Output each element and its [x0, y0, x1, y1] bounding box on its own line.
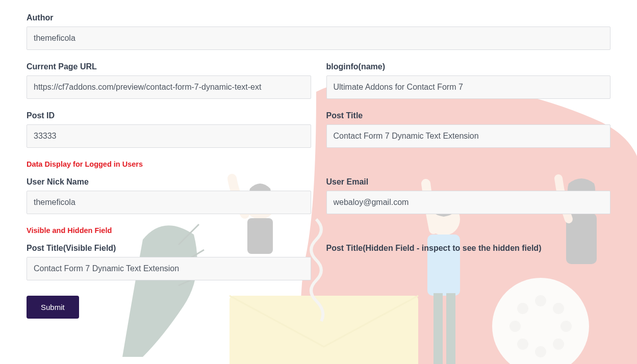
- svg-point-6: [517, 339, 528, 350]
- bloginfo-name-label: bloginfo(name): [326, 62, 611, 71]
- row-postid-posttitle: Post ID Post Title: [27, 111, 610, 148]
- svg-point-4: [553, 339, 564, 350]
- section-visible-hidden: Visible and Hidden Field: [27, 226, 610, 235]
- user-email-label: User Email: [326, 177, 611, 187]
- current-page-url-input[interactable]: [27, 75, 311, 99]
- row-url-bloginfo: Current Page URL bloginfo(name): [27, 62, 610, 99]
- author-field-group: Author: [27, 13, 610, 50]
- post-title-input[interactable]: [326, 124, 611, 148]
- post-title-hidden-group: Post Title(Hidden Field - inspect to see…: [326, 244, 611, 280]
- row-visible-hidden-fields: Post Title(Visible Field) Post Title(Hid…: [27, 244, 610, 280]
- user-nick-name-label: User Nick Name: [27, 177, 311, 187]
- user-nick-name-group: User Nick Name: [27, 177, 311, 214]
- user-email-group: User Email: [326, 177, 611, 214]
- submit-button[interactable]: Submit: [27, 296, 79, 319]
- post-title-hidden-label: Post Title(Hidden Field - inspect to see…: [326, 244, 611, 253]
- post-title-label: Post Title: [326, 111, 611, 120]
- current-page-url-group: Current Page URL: [27, 62, 311, 99]
- user-nick-name-input[interactable]: [27, 191, 311, 214]
- post-title-group: Post Title: [326, 111, 611, 148]
- post-id-label: Post ID: [27, 111, 311, 120]
- bloginfo-name-group: bloginfo(name): [326, 62, 611, 99]
- form-container: Author Current Page URL bloginfo(name) P…: [0, 0, 637, 332]
- post-title-visible-group: Post Title(Visible Field): [27, 244, 311, 280]
- author-input[interactable]: [27, 27, 610, 50]
- svg-point-5: [535, 346, 546, 357]
- post-id-input[interactable]: [27, 124, 311, 148]
- bloginfo-name-input[interactable]: [326, 75, 611, 99]
- user-email-input[interactable]: [326, 191, 611, 214]
- section-logged-in-users: Data Display for Logged in Users: [27, 160, 610, 168]
- author-label: Author: [27, 13, 610, 22]
- row-nickname-email: User Nick Name User Email: [27, 177, 610, 214]
- post-title-visible-label: Post Title(Visible Field): [27, 244, 311, 253]
- current-page-url-label: Current Page URL: [27, 62, 311, 71]
- post-id-group: Post ID: [27, 111, 311, 148]
- post-title-visible-input[interactable]: [27, 257, 311, 280]
